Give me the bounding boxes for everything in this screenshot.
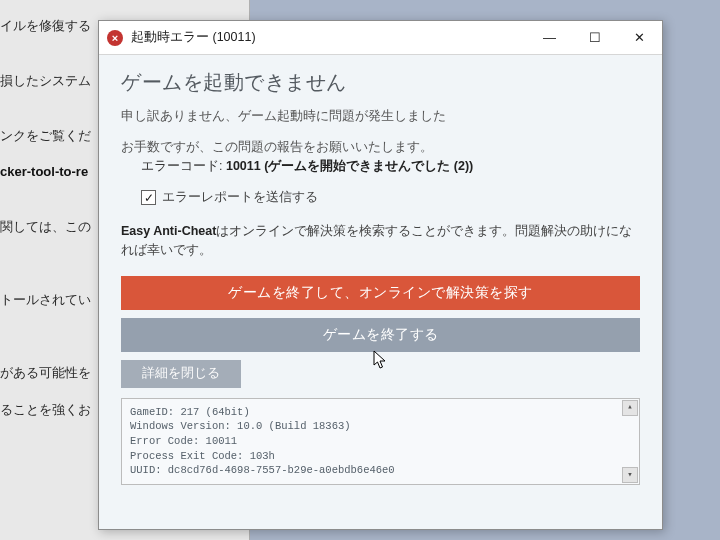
apology-text: 申し訳ありません、ゲーム起動時に問題が発生しました xyxy=(121,108,640,125)
error-dialog: × 起動時エラー (10011) — ☐ ✕ ゲームを起動できません 申し訳あり… xyxy=(98,20,663,530)
error-code-line: エラーコード: 10011 (ゲームを開始できませんでした (2)) xyxy=(141,158,640,175)
send-report-row[interactable]: ✓ エラーレポートを送信する xyxy=(141,189,640,206)
titlebar[interactable]: × 起動時エラー (10011) — ☐ ✕ xyxy=(99,21,662,55)
detail-line: GameID: 217 (64bit) xyxy=(130,405,631,420)
detail-line: Error Code: 10011 xyxy=(130,434,631,449)
close-details-button[interactable]: 詳細を閉じる xyxy=(121,360,241,388)
request-text: お手数ですが、この問題の報告をお願いいたします。 xyxy=(121,139,640,156)
quit-button-label: ゲームを終了する xyxy=(323,326,439,344)
error-icon-glyph: × xyxy=(112,32,118,44)
scroll-up-icon[interactable]: ▴ xyxy=(622,400,638,416)
minimize-button[interactable]: — xyxy=(527,21,572,54)
checkbox-icon[interactable]: ✓ xyxy=(141,190,156,205)
detail-line: UUID: dc8cd76d-4698-7557-b29e-a0ebdb6e46… xyxy=(130,463,631,478)
dialog-content: ゲームを起動できません 申し訳ありません、ゲーム起動時に問題が発生しました お手… xyxy=(99,55,662,529)
window-buttons: — ☐ ✕ xyxy=(527,21,662,54)
error-code-value: 10011 (ゲームを開始できませんでした (2)) xyxy=(226,159,473,173)
scroll-down-icon[interactable]: ▾ xyxy=(622,467,638,483)
error-code-label: エラーコード: xyxy=(141,159,222,173)
quit-and-search-button[interactable]: ゲームを終了して、オンラインで解決策を探す xyxy=(121,276,640,310)
maximize-button[interactable]: ☐ xyxy=(572,21,617,54)
eac-name: Easy Anti-Cheat xyxy=(121,224,216,238)
dialog-heading: ゲームを起動できません xyxy=(121,69,640,96)
close-button[interactable]: ✕ xyxy=(617,21,662,54)
cursor-icon xyxy=(373,350,389,370)
window-title: 起動時エラー (10011) xyxy=(131,29,527,46)
quit-button[interactable]: ゲームを終了する xyxy=(121,318,640,352)
detail-line: Windows Version: 10.0 (Build 18363) xyxy=(130,419,631,434)
detail-line: Process Exit Code: 103h xyxy=(130,449,631,464)
checkbox-label: エラーレポートを送信する xyxy=(162,189,318,206)
eac-text: Easy Anti-Cheatはオンラインで解決策を検索することができます。問題… xyxy=(121,222,640,260)
error-icon: × xyxy=(107,30,123,46)
details-textbox[interactable]: GameID: 217 (64bit) Windows Version: 10.… xyxy=(121,398,640,485)
